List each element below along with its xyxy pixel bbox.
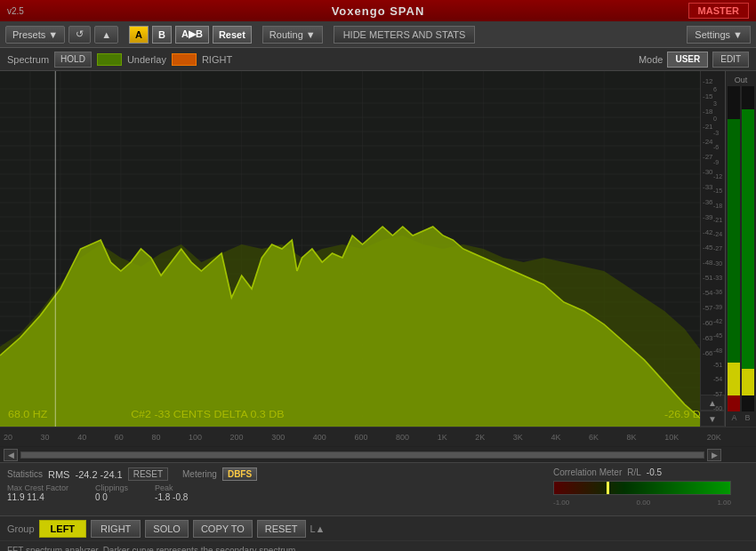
dbfs-button[interactable]: DBFS — [222, 467, 257, 481]
reload-button[interactable]: ↺ — [68, 26, 91, 44]
right-group-button[interactable]: RIGHT — [91, 520, 141, 538]
app-title: Voxengo SPAN — [332, 4, 425, 18]
bottom-info-text: FFT spectrum analyzer. Darker curve repr… — [7, 546, 298, 551]
scroll-down-button[interactable]: ▼ — [700, 411, 725, 427]
group-bar: Group LEFT RIGHT SOLO COPY TO RESET L▲ — [0, 515, 756, 540]
reset-stats-button[interactable]: RESET — [128, 467, 168, 481]
scroll-bar: ◀ ▶ — [0, 447, 725, 462]
bottom-info: FFT spectrum analyzer. Darker curve repr… — [0, 540, 756, 551]
vu-channel-labels: A B — [728, 413, 754, 422]
hide-meters-button[interactable]: HIDE METERS AND STATS — [334, 26, 476, 44]
peak-label: Peak — [155, 483, 188, 492]
underlay-label: Underlay — [127, 54, 166, 65]
presets-button[interactable]: Presets ▼ — [5, 26, 65, 44]
spectrum-area[interactable]: 68.0 HZ C#2 -33 CENTS DELTA 0.3 DB -26.9… — [0, 71, 725, 427]
presets-arrow: ▼ — [48, 29, 58, 40]
spectrum-color-indicator-green[interactable] — [97, 53, 122, 66]
routing-arrow: ▼ — [306, 29, 316, 40]
corr-one: 1.00 — [717, 499, 731, 507]
statistics-bar: Statistics RMS -24.2 -24.1 RESET Meterin… — [0, 462, 756, 515]
vu-meter: Out — [725, 71, 756, 427]
max-crest-section: Max Crest Factor 11.9 11.4 — [7, 483, 68, 502]
svg-text:C#2 -33 CENTS  DELTA 0.3 DB: C#2 -33 CENTS DELTA 0.3 DB — [131, 409, 285, 419]
spectrum-svg: 68.0 HZ C#2 -33 CENTS DELTA 0.3 DB -26.9… — [0, 71, 725, 427]
reset-group-button[interactable]: RESET — [257, 520, 306, 538]
metering-label: Metering — [182, 469, 217, 479]
scroll-left-button[interactable]: ◀ — [4, 449, 18, 461]
scroll-right-button[interactable]: ▶ — [707, 449, 721, 461]
mode-label: Mode — [639, 54, 664, 65]
scroll-track[interactable] — [20, 451, 704, 459]
correlation-bar — [553, 481, 731, 495]
routing-label: Routing — [269, 29, 303, 40]
spectrum-label: Spectrum — [7, 54, 49, 65]
freq-axis-row: 20 30 40 60 80 100 200 300 400 600 800 1… — [0, 427, 756, 446]
stats-header-row: Statistics RMS -24.2 -24.1 RESET Meterin… — [7, 467, 257, 481]
clippings-section: Clippings 0 0 — [95, 483, 128, 502]
vu-b-label: B — [744, 413, 750, 422]
a-button[interactable]: A — [129, 26, 149, 44]
group-label: Group — [7, 523, 35, 534]
spectrum-color-indicator-orange[interactable] — [172, 53, 197, 66]
settings-arrow: ▼ — [733, 29, 743, 40]
scroll-thumb — [21, 452, 704, 458]
freq-axis-vu-spacer — [725, 427, 756, 446]
correlation-section: Correlation Meter R/L -0.5 -1.00 0.00 1.… — [553, 467, 749, 507]
peak-values: -1.8 -0.8 — [155, 492, 188, 502]
vu-out-label: Out — [735, 76, 748, 84]
stats-detail-row: Max Crest Factor 11.9 11.4 Clippings 0 0… — [7, 483, 257, 502]
max-crest-values: 11.9 11.4 — [7, 492, 68, 502]
copy-to-button[interactable]: COPY TO — [193, 520, 253, 538]
mode-user-button[interactable]: USER — [667, 52, 708, 68]
rl-label: R/L — [627, 467, 641, 477]
ab-copy-button[interactable]: A▶B — [175, 26, 209, 44]
mode-section: Mode USER EDIT — [639, 52, 749, 68]
arrow-up-button[interactable]: ▲ — [94, 26, 118, 44]
freq-axis: 20 30 40 60 80 100 200 300 400 600 800 1… — [0, 427, 725, 446]
vu-bar-b — [742, 86, 754, 411]
rms-label: RMS — [48, 469, 69, 480]
toolbar: Presets ▼ ↺ ▲ A B A▶B Reset Routing ▼ HI… — [0, 21, 756, 48]
spectrum-header: Spectrum HOLD Underlay RIGHT Mode USER E… — [0, 48, 756, 71]
vu-scale-labels: 630-3-6-9-12-15-18-21-24-27-30-33-36-39-… — [713, 86, 722, 411]
settings-label: Settings — [695, 29, 730, 40]
statistics-section: Statistics RMS -24.2 -24.1 RESET Meterin… — [7, 467, 257, 502]
correlation-label: Correlation Meter — [553, 467, 622, 477]
svg-text:68.0 HZ: 68.0 HZ — [8, 409, 47, 419]
channel-label: L▲ — [310, 523, 326, 534]
vu-bar-a — [728, 86, 740, 411]
master-button[interactable]: MASTER — [688, 3, 749, 19]
b-button[interactable]: B — [152, 26, 172, 44]
reset-ab-button[interactable]: Reset — [213, 26, 252, 44]
statistics-label: Statistics — [7, 469, 43, 479]
scroll-bar-row: ◀ ▶ — [0, 446, 756, 462]
main-content: 68.0 HZ C#2 -33 CENTS DELTA 0.3 DB -26.9… — [0, 71, 756, 427]
correlation-header: Correlation Meter R/L -0.5 — [553, 467, 749, 477]
corr-neg-one: -1.00 — [553, 499, 569, 507]
corr-zero: 0.00 — [637, 499, 651, 507]
clippings-label: Clippings — [95, 483, 128, 492]
scroll-vu-spacer — [725, 447, 756, 462]
routing-button[interactable]: Routing ▼ — [262, 26, 323, 44]
rms-values: -24.2 -24.1 — [75, 469, 122, 480]
left-group-button[interactable]: LEFT — [39, 520, 87, 538]
correlation-indicator — [607, 482, 609, 494]
version-label: v2.5 — [7, 6, 24, 16]
max-crest-label: Max Crest Factor — [7, 483, 68, 492]
clippings-values: 0 0 — [95, 492, 128, 502]
peak-section: Peak -1.8 -0.8 — [155, 483, 188, 502]
settings-button[interactable]: Settings ▼ — [687, 26, 751, 44]
title-bar: v2.5 Voxengo SPAN MASTER — [0, 0, 756, 21]
presets-label: Presets — [12, 29, 45, 40]
edit-button[interactable]: EDIT — [712, 52, 749, 68]
solo-button[interactable]: SOLO — [145, 520, 189, 538]
rl-value: -0.5 — [647, 467, 662, 477]
vu-a-label: A — [731, 413, 736, 422]
correlation-scale: -1.00 0.00 1.00 — [553, 499, 731, 507]
hold-button[interactable]: HOLD — [54, 52, 92, 68]
right-channel-label: RIGHT — [202, 54, 232, 65]
